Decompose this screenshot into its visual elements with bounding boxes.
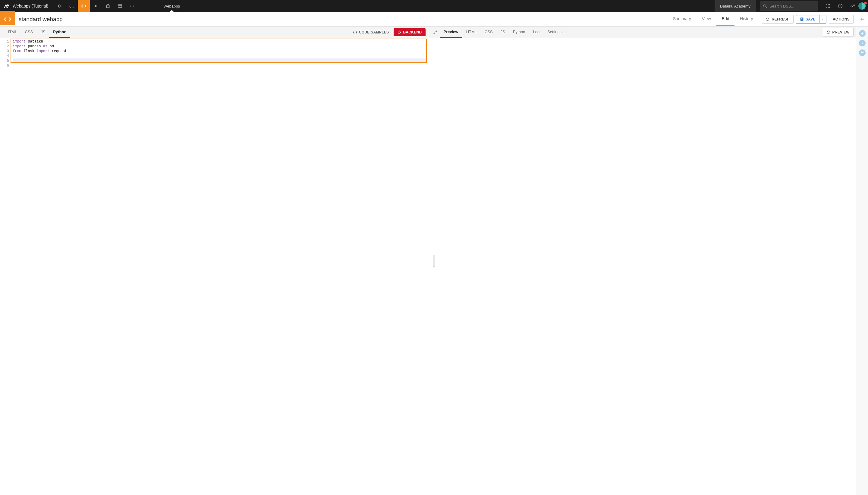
- left-tab-html[interactable]: HTML: [2, 27, 21, 38]
- expand-icon: [433, 30, 437, 34]
- back-arrow[interactable]: [857, 12, 868, 27]
- left-panel: HTML CSS JS Python CODE SAMPLES BACKEND …: [0, 27, 428, 495]
- save-button-group: SAVE: [796, 15, 827, 23]
- play-icon[interactable]: [90, 0, 102, 12]
- code-editor[interactable]: 123456 import dataikuimport pandas as pd…: [0, 38, 428, 495]
- breadcrumb-current[interactable]: Webapps: [162, 4, 181, 8]
- right-tab-html[interactable]: HTML: [462, 27, 481, 38]
- refresh-icon: [827, 30, 831, 34]
- preview-body: [428, 38, 856, 495]
- user-avatar[interactable]: [858, 2, 866, 10]
- help-icon[interactable]: ?: [834, 0, 846, 12]
- tab-summary[interactable]: Summary: [667, 12, 696, 26]
- rail-info-button[interactable]: [859, 40, 866, 47]
- svg-rect-1: [118, 4, 122, 7]
- right-rail: [856, 27, 868, 495]
- backend-button[interactable]: BACKEND: [394, 28, 425, 36]
- rail-add-button[interactable]: [859, 30, 866, 37]
- right-tab-log[interactable]: Log: [529, 27, 543, 38]
- rail-chat-button[interactable]: [859, 49, 866, 56]
- save-stack-icon[interactable]: [102, 0, 114, 12]
- tab-history[interactable]: History: [734, 12, 759, 26]
- actions-button[interactable]: ACTIONS: [829, 15, 853, 23]
- svg-point-5: [133, 6, 134, 7]
- right-tab-css[interactable]: CSS: [481, 27, 497, 38]
- save-label: SAVE: [805, 17, 816, 21]
- svg-rect-20: [801, 18, 802, 19]
- info-icon: [861, 41, 864, 45]
- line-number-gutter: 123456: [0, 38, 12, 495]
- tab-view[interactable]: View: [696, 12, 716, 26]
- academy-link[interactable]: Dataiku Academy: [715, 0, 756, 12]
- left-panel-actions: CODE SAMPLES BACKEND: [350, 28, 426, 36]
- topnav-left: Webapps (Tutorial): [0, 0, 138, 12]
- svg-point-3: [130, 6, 131, 7]
- more-icon[interactable]: [126, 0, 138, 12]
- activity-icon[interactable]: [846, 0, 858, 12]
- topnav-right: Dataiku Academy ?: [715, 0, 868, 12]
- object-tabs: Summary View Edit History: [667, 12, 759, 26]
- save-button[interactable]: SAVE: [796, 15, 819, 23]
- apps-icon[interactable]: [822, 0, 834, 12]
- refresh-button[interactable]: REFRESH: [762, 15, 793, 23]
- left-tab-python[interactable]: Python: [49, 27, 70, 38]
- search-input[interactable]: [769, 4, 815, 8]
- search-box[interactable]: [760, 1, 818, 11]
- svg-rect-21: [801, 20, 803, 20]
- right-tab-preview[interactable]: Preview: [440, 27, 462, 38]
- braces-icon: [353, 30, 357, 34]
- svg-point-8: [827, 4, 827, 5]
- left-tab-css[interactable]: CSS: [21, 27, 37, 38]
- svg-rect-0: [107, 5, 109, 7]
- sync-icon: [397, 30, 401, 34]
- plus-icon: [861, 32, 864, 35]
- svg-point-14: [827, 7, 827, 8]
- project-name[interactable]: Webapps (Tutorial): [13, 4, 48, 8]
- breadcrumb: Webapps: [138, 4, 715, 8]
- panel-divider[interactable]: [433, 255, 435, 267]
- svg-point-9: [828, 4, 829, 5]
- code-content[interactable]: import dataikuimport pandas as pdfrom fl…: [12, 38, 428, 495]
- svg-point-4: [132, 6, 133, 7]
- preview-label: PREVIEW: [832, 30, 850, 34]
- webapp-type-icon: [0, 11, 15, 25]
- svg-point-12: [828, 6, 829, 7]
- svg-text:?: ?: [839, 4, 841, 7]
- cycle-icon[interactable]: [66, 0, 78, 12]
- svg-point-11: [827, 6, 827, 7]
- svg-point-16: [829, 7, 830, 8]
- svg-point-24: [862, 42, 863, 42]
- webapp-title[interactable]: standard webapp: [19, 16, 63, 23]
- right-tab-settings[interactable]: Settings: [543, 27, 566, 38]
- right-panel: Preview HTML CSS JS Python Log Settings …: [428, 27, 856, 495]
- svg-rect-25: [862, 43, 863, 44]
- top-navigation: Webapps (Tutorial) Webapps Dataiku Acade…: [0, 0, 868, 12]
- save-icon: [800, 17, 804, 21]
- svg-point-10: [829, 4, 830, 5]
- right-panel-actions: PREVIEW: [823, 28, 853, 36]
- object-actions: REFRESH SAVE ACTIONS: [758, 15, 857, 23]
- flow-icon[interactable]: [54, 0, 66, 12]
- save-dropdown-button[interactable]: [819, 15, 827, 23]
- expand-button[interactable]: [431, 30, 440, 34]
- chat-icon: [861, 51, 864, 54]
- notification-dot-icon: [864, 2, 867, 4]
- backend-label: BACKEND: [403, 30, 422, 34]
- refresh-label: REFRESH: [771, 17, 789, 21]
- search-icon: [763, 4, 767, 8]
- right-tab-python[interactable]: Python: [509, 27, 529, 38]
- svg-point-13: [829, 6, 830, 7]
- refresh-icon: [766, 17, 770, 21]
- code-samples-label: CODE SAMPLES: [359, 30, 389, 34]
- left-tab-js[interactable]: JS: [37, 27, 49, 38]
- tab-edit[interactable]: Edit: [716, 12, 734, 26]
- preview-button[interactable]: PREVIEW: [823, 28, 853, 36]
- svg-point-15: [828, 7, 829, 8]
- panel-icon[interactable]: [114, 0, 126, 12]
- code-samples-button[interactable]: CODE SAMPLES: [350, 30, 392, 34]
- code-icon[interactable]: [78, 0, 90, 12]
- editor-area: HTML CSS JS Python CODE SAMPLES BACKEND …: [0, 27, 868, 495]
- chevron-down-icon: [821, 18, 824, 21]
- right-tab-js[interactable]: JS: [497, 27, 509, 38]
- dataiku-logo-icon[interactable]: [4, 3, 10, 9]
